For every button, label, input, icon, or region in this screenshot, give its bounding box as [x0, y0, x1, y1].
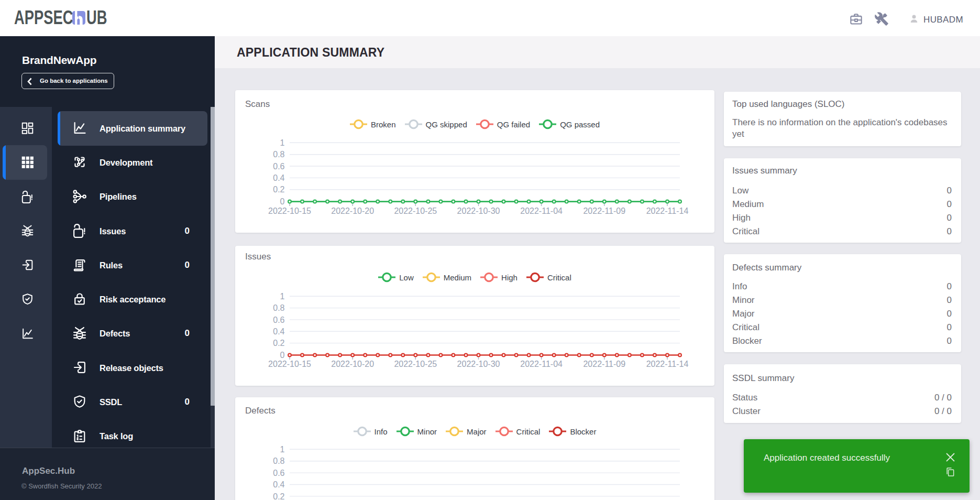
svg-text:2022-10-15: 2022-10-15: [268, 360, 311, 368]
svg-text:0.8: 0.8: [273, 150, 284, 159]
svg-text:0.2: 0.2: [273, 492, 284, 500]
svg-text:2022-10-30: 2022-10-30: [457, 206, 500, 215]
svg-text:0.4: 0.4: [273, 480, 284, 489]
svg-text:0: 0: [280, 197, 285, 206]
svg-text:0: 0: [280, 351, 285, 360]
svg-text:0.4: 0.4: [273, 327, 284, 336]
svg-text:1: 1: [280, 138, 285, 147]
svg-text:0.6: 0.6: [273, 316, 284, 324]
svg-text:0.2: 0.2: [273, 185, 284, 194]
svg-text:0.8: 0.8: [273, 456, 284, 465]
svg-text:2022-11-09: 2022-11-09: [583, 360, 625, 368]
svg-text:2022-11-14: 2022-11-14: [646, 360, 689, 368]
svg-text:0.4: 0.4: [273, 173, 284, 182]
svg-text:0.6: 0.6: [273, 162, 284, 171]
svg-text:2022-11-14: 2022-11-14: [646, 206, 689, 215]
svg-text:2022-11-04: 2022-11-04: [520, 360, 563, 368]
svg-text:0.2: 0.2: [273, 339, 284, 347]
svg-text:2022-10-25: 2022-10-25: [394, 360, 437, 368]
svg-text:0.6: 0.6: [273, 469, 284, 477]
svg-text:2022-10-20: 2022-10-20: [331, 206, 374, 215]
svg-text:2022-10-30: 2022-10-30: [457, 360, 500, 368]
svg-text:1: 1: [280, 445, 285, 454]
svg-text:0.8: 0.8: [273, 303, 284, 312]
svg-text:2022-10-15: 2022-10-15: [268, 206, 311, 215]
svg-text:2022-10-20: 2022-10-20: [331, 360, 374, 368]
svg-text:2022-11-04: 2022-11-04: [520, 206, 563, 215]
svg-text:2022-11-09: 2022-11-09: [583, 206, 625, 215]
svg-text:1: 1: [280, 292, 285, 301]
svg-text:2022-10-25: 2022-10-25: [394, 206, 437, 215]
